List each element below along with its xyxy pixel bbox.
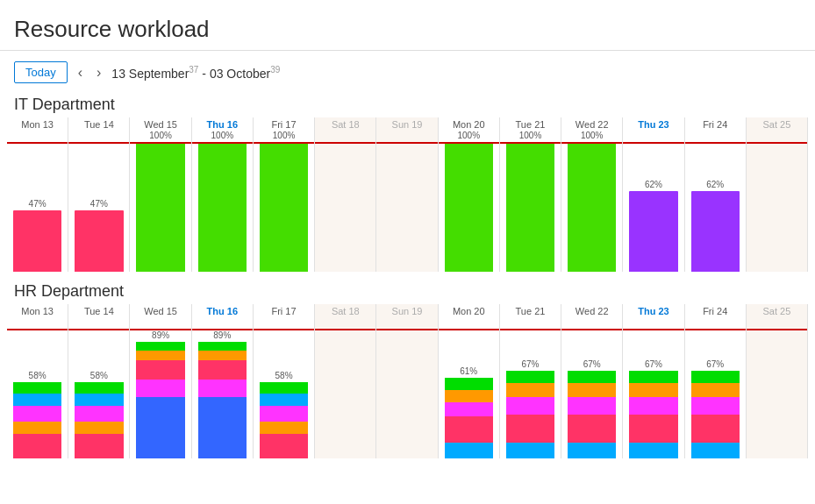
stacked-bar-1-2 (136, 342, 184, 458)
day-col-0-9: Wed 22100% (561, 117, 623, 272)
stack-segment-1-3-3 (198, 351, 247, 360)
overload-line-1-5 (315, 329, 375, 330)
day-col-1-4: Fri 1758% (254, 304, 315, 458)
bar-0-2 (136, 142, 184, 272)
stack-segment-1-3-2 (198, 360, 247, 380)
stack-segment-1-11-2 (691, 397, 740, 415)
overload-line-0-7 (439, 142, 499, 144)
departments-container: IT DepartmentMon 1347%Tue 1447%Wed 15100… (0, 90, 815, 458)
stack-segment-1-8-0 (506, 443, 554, 458)
bar-0-10 (629, 191, 677, 272)
overload-line-0-9 (561, 142, 622, 144)
bar-area-0-11: 62% (685, 131, 747, 272)
bar-area-1-2: 89% (130, 318, 191, 458)
bar-pct-label-0-3: 100% (211, 131, 234, 140)
bar-pct-label-1-10: 67% (645, 359, 662, 369)
day-header-0-3: Thu 16 (192, 117, 254, 131)
overload-line-0-12 (747, 142, 807, 144)
next-button[interactable]: › (93, 65, 104, 81)
stack-segment-1-7-0 (445, 443, 493, 458)
bar-pct-label-1-11: 67% (706, 359, 724, 369)
bar-wrapper-1-7: 61% (445, 366, 493, 458)
overload-line-1-2 (130, 329, 190, 330)
page-container: Resource workload Today ‹ › 13 September… (0, 0, 815, 504)
stack-segment-1-11-1 (691, 415, 740, 443)
today-button[interactable]: Today (14, 61, 68, 83)
bar-area-0-8: 100% (500, 131, 561, 272)
stack-segment-1-8-1 (506, 415, 554, 443)
bar-area-1-6 (376, 318, 438, 458)
stack-segment-1-8-4 (506, 371, 554, 383)
stack-segment-1-0-0 (13, 434, 61, 458)
day-header-1-12: Sat 25 (747, 304, 808, 318)
stack-segment-1-2-0 (136, 397, 184, 458)
overload-line-1-10 (623, 329, 683, 330)
stacked-bar-1-10 (629, 371, 677, 458)
overload-line-0-5 (315, 142, 375, 144)
bar-wrapper-0-11: 62% (691, 180, 740, 272)
bar-wrapper-1-9: 67% (568, 359, 616, 458)
day-col-1-3: Thu 1689% (192, 304, 254, 458)
bar-pct-label-1-9: 67% (583, 359, 601, 369)
stack-segment-1-1-3 (75, 394, 123, 406)
bar-area-1-0: 58% (7, 318, 68, 458)
stack-segment-1-1-1 (75, 422, 123, 434)
day-col-0-11: Fri 2462% (685, 117, 747, 272)
day-col-1-9: Wed 2267% (561, 304, 623, 458)
bar-wrapper-1-10: 67% (629, 359, 677, 458)
stack-segment-1-7-1 (445, 416, 493, 443)
chart-area-1: Mon 1358%Tue 1458%Wed 1589%Thu 1689%Fri … (0, 304, 815, 458)
day-header-1-9: Wed 22 (561, 304, 623, 318)
stack-segment-1-2-4 (136, 342, 184, 351)
bar-pct-label-1-7: 61% (460, 366, 477, 376)
bar-area-0-9: 100% (561, 131, 623, 272)
stack-segment-1-0-4 (13, 382, 61, 394)
overload-line-0-8 (500, 142, 561, 144)
day-col-1-6: Sun 19 (376, 304, 438, 458)
dept-title-0: IT Department (0, 90, 815, 117)
dept-section-1: HR DepartmentMon 1358%Tue 1458%Wed 1589%… (0, 277, 815, 458)
day-col-0-10: Thu 2362% (623, 117, 684, 272)
stack-segment-1-10-3 (629, 383, 677, 397)
page-title: Resource workload (0, 9, 815, 50)
stack-segment-1-8-2 (506, 397, 554, 415)
overload-line-1-8 (500, 329, 561, 330)
day-header-1-8: Tue 21 (500, 304, 561, 318)
bar-wrapper-0-4: 100% (260, 131, 308, 272)
day-header-0-0: Mon 13 (7, 117, 68, 131)
stack-segment-1-10-2 (629, 397, 677, 415)
overload-line-1-4 (254, 329, 314, 330)
bar-wrapper-1-11: 67% (691, 359, 740, 458)
day-header-1-10: Thu 23 (623, 304, 684, 318)
day-header-0-11: Fri 24 (685, 117, 747, 131)
day-header-0-9: Wed 22 (561, 117, 623, 131)
bar-area-1-4: 58% (254, 318, 315, 458)
stack-segment-1-3-1 (198, 380, 247, 397)
bar-pct-label-0-11: 62% (706, 180, 724, 189)
bar-area-1-7: 61% (439, 318, 500, 458)
date-range-label: 13 September37 - 03 October39 (111, 65, 280, 81)
day-col-1-11: Fri 2467% (685, 304, 747, 458)
overload-line-1-3 (192, 329, 253, 330)
stack-segment-1-11-3 (691, 383, 740, 397)
day-header-0-4: Fri 17 (254, 117, 315, 131)
day-col-1-12: Sat 25 (747, 304, 808, 458)
bar-area-1-12 (747, 318, 808, 458)
day-col-0-5: Sat 18 (315, 117, 376, 272)
overload-line-1-6 (376, 329, 437, 330)
prev-button[interactable]: ‹ (75, 65, 86, 81)
chart-area-0: Mon 1347%Tue 1447%Wed 15100%Thu 16100%Fr… (0, 117, 815, 272)
overload-line-1-7 (439, 329, 499, 330)
bar-area-1-10: 67% (623, 318, 684, 458)
day-col-0-8: Tue 21100% (500, 117, 561, 272)
bar-wrapper-1-8: 67% (506, 359, 554, 458)
day-header-0-12: Sat 25 (747, 117, 808, 131)
day-col-1-1: Tue 1458% (68, 304, 130, 458)
day-col-0-4: Fri 17100% (254, 117, 315, 272)
bar-0-3 (198, 142, 247, 272)
day-col-1-7: Mon 2061% (439, 304, 500, 458)
overload-line-1-12 (747, 329, 807, 330)
day-header-1-4: Fri 17 (254, 304, 315, 318)
day-header-0-7: Mon 20 (439, 117, 500, 131)
day-col-1-10: Thu 2367% (623, 304, 684, 458)
